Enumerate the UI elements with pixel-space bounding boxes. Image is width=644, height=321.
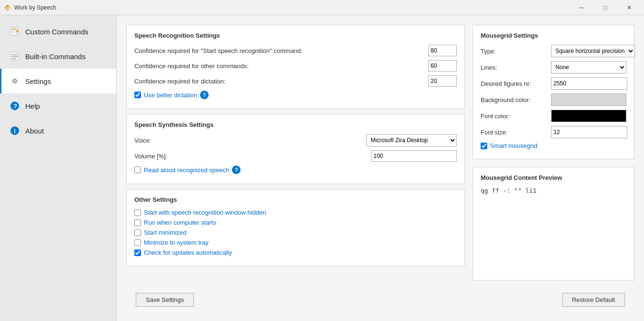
other-label-2[interactable]: Start minimized bbox=[144, 229, 187, 236]
sidebar-item-built-in-commands[interactable]: Built-in Commands bbox=[0, 44, 116, 69]
gear-icon bbox=[9, 75, 20, 87]
right-panel: Mousegrid Settings Type: Square horizont… bbox=[473, 25, 634, 280]
mg-fontsize-label: Font size: bbox=[481, 129, 547, 136]
volume-input[interactable] bbox=[371, 150, 457, 162]
speech-synthesis-title: Speech Synthesis Settings bbox=[134, 121, 457, 128]
info-circle-icon: i bbox=[9, 125, 20, 136]
confidence-other-label: Confidence required for other commands: bbox=[134, 62, 424, 70]
other-label-1[interactable]: Run when computer starts bbox=[144, 219, 216, 226]
confidence-dictation-input[interactable] bbox=[428, 75, 457, 87]
svg-rect-3 bbox=[12, 29, 16, 30]
sidebar-item-settings[interactable]: Settings bbox=[0, 69, 116, 93]
other-checkbox-0[interactable] bbox=[134, 209, 141, 216]
confidence-start-label: Confidence required for "Start speech re… bbox=[134, 47, 424, 54]
confidence-start-row: Confidence required for "Start speech re… bbox=[134, 45, 457, 56]
other-option-3: Minimize to system tray bbox=[134, 239, 457, 246]
better-dictation-row: Use better dictation ? bbox=[134, 91, 457, 99]
other-checkbox-4[interactable] bbox=[134, 249, 141, 256]
confidence-start-input[interactable] bbox=[428, 45, 457, 56]
read-aloud-help-icon[interactable]: ? bbox=[232, 166, 241, 174]
read-aloud-row: Read aloud recognized speech ? bbox=[134, 166, 457, 174]
mg-lines-row: Lines: None Thin Medium Thick bbox=[481, 61, 626, 73]
svg-point-11 bbox=[13, 80, 16, 83]
sidebar-label-built-in-commands: Built-in Commands bbox=[25, 52, 86, 61]
mousegrid-settings-panel: Mousegrid Settings Type: Square horizont… bbox=[473, 25, 634, 159]
mousegrid-preview-title: Mousegrid Content Preview bbox=[481, 174, 626, 181]
mg-fontcolor-row: Font color: bbox=[481, 110, 626, 122]
svg-text:?: ? bbox=[13, 103, 17, 110]
minimize-button[interactable]: ─ bbox=[571, 0, 593, 15]
bottom-bar: Save Settings Restore Default bbox=[126, 288, 634, 311]
read-aloud-label[interactable]: Read aloud recognized speech bbox=[144, 166, 229, 174]
better-dictation-checkbox[interactable] bbox=[134, 92, 141, 98]
sidebar-label-about: About bbox=[25, 127, 44, 135]
svg-rect-8 bbox=[11, 54, 18, 55]
mousegrid-preview-content: qg ff -: °" li1 bbox=[481, 187, 626, 194]
other-label-4[interactable]: Check for updates automatically bbox=[144, 249, 232, 256]
volume-row: Volume [%]: bbox=[134, 150, 457, 162]
other-label-3[interactable]: Minimize to system tray bbox=[144, 239, 209, 246]
other-option-4: Check for updates automatically bbox=[134, 249, 457, 256]
app-icon: W bbox=[4, 4, 11, 11]
list-icon bbox=[9, 51, 20, 62]
sidebar-item-about[interactable]: i About bbox=[0, 118, 116, 143]
mg-bgcolor-row: Background color: bbox=[481, 93, 626, 106]
sidebar: Custom Commands Built-in Commands bbox=[0, 15, 117, 321]
smart-mousegrid-label[interactable]: Smart mousegrid bbox=[490, 142, 537, 149]
other-checkbox-2[interactable] bbox=[134, 229, 141, 236]
mg-figures-row: Desired figures nr: bbox=[481, 77, 626, 90]
mg-bgcolor-box[interactable] bbox=[551, 93, 626, 106]
mg-type-select[interactable]: Square horizontal precision Square Circl… bbox=[551, 45, 635, 57]
other-option-1: Run when computer starts bbox=[134, 219, 457, 226]
confidence-dictation-row: Confidence required for dictation: bbox=[134, 75, 457, 87]
better-dictation-help-icon[interactable]: ? bbox=[200, 91, 209, 99]
svg-text:W: W bbox=[6, 6, 10, 10]
sidebar-item-help[interactable]: ? Help bbox=[0, 93, 116, 118]
other-option-2: Start minimized bbox=[134, 229, 457, 236]
other-label-0[interactable]: Start with speech recognition window hid… bbox=[144, 209, 266, 216]
sidebar-label-help: Help bbox=[25, 102, 40, 110]
svg-rect-6 bbox=[16, 30, 19, 32]
mg-bgcolor-label: Background color: bbox=[481, 96, 547, 104]
smart-mousegrid-row: Smart mousegrid bbox=[481, 142, 626, 149]
title-bar: W Work by Speech ─ □ ✕ bbox=[0, 0, 644, 15]
app-body: Custom Commands Built-in Commands bbox=[0, 15, 644, 321]
svg-rect-9 bbox=[11, 56, 18, 57]
speech-recognition-section: Speech Recognition Settings Confidence r… bbox=[126, 25, 465, 109]
other-settings-title: Other Settings bbox=[134, 196, 457, 203]
document-icon bbox=[9, 26, 20, 37]
mg-type-row: Type: Square horizontal precision Square… bbox=[481, 45, 626, 57]
confidence-other-input[interactable] bbox=[428, 60, 457, 72]
content-row: Speech Recognition Settings Confidence r… bbox=[126, 25, 634, 280]
mousegrid-preview-panel: Mousegrid Content Preview qg ff -: °" li… bbox=[473, 167, 634, 280]
smart-mousegrid-checkbox[interactable] bbox=[481, 143, 487, 149]
sidebar-item-custom-commands[interactable]: Custom Commands bbox=[0, 19, 116, 44]
voice-row: Voice: Microsoft Zira Desktop Microsoft … bbox=[134, 134, 457, 146]
mg-fontsize-row: Font size: bbox=[481, 126, 626, 138]
restore-default-button[interactable]: Restore Default bbox=[562, 293, 625, 307]
speech-synthesis-section: Speech Synthesis Settings Voice: Microso… bbox=[126, 114, 465, 184]
confidence-other-row: Confidence required for other commands: bbox=[134, 60, 457, 72]
svg-rect-10 bbox=[11, 58, 16, 59]
other-checkbox-1[interactable] bbox=[134, 219, 141, 226]
voice-label: Voice: bbox=[134, 137, 362, 144]
read-aloud-checkbox[interactable] bbox=[134, 166, 141, 173]
mousegrid-settings-title: Mousegrid Settings bbox=[481, 32, 626, 39]
mg-figures-input[interactable] bbox=[551, 77, 627, 90]
mg-figures-label: Desired figures nr: bbox=[481, 80, 547, 87]
svg-rect-5 bbox=[12, 32, 16, 33]
save-settings-button[interactable]: Save Settings bbox=[136, 293, 194, 307]
other-checkbox-3[interactable] bbox=[134, 239, 141, 246]
mg-fontcolor-box[interactable] bbox=[551, 110, 626, 122]
mg-lines-select[interactable]: None Thin Medium Thick bbox=[551, 61, 626, 73]
sidebar-label-settings: Settings bbox=[25, 77, 51, 85]
left-panel: Speech Recognition Settings Confidence r… bbox=[126, 25, 465, 280]
better-dictation-label[interactable]: Use better dictation bbox=[144, 92, 197, 99]
confidence-dictation-label: Confidence required for dictation: bbox=[134, 78, 424, 85]
maximize-button[interactable]: □ bbox=[594, 0, 616, 15]
mg-lines-label: Lines: bbox=[481, 64, 547, 71]
close-button[interactable]: ✕ bbox=[618, 0, 640, 15]
mg-fontsize-input[interactable] bbox=[551, 126, 627, 138]
other-option-0: Start with speech recognition window hid… bbox=[134, 209, 457, 216]
voice-select[interactable]: Microsoft Zira Desktop Microsoft David D… bbox=[366, 134, 457, 146]
